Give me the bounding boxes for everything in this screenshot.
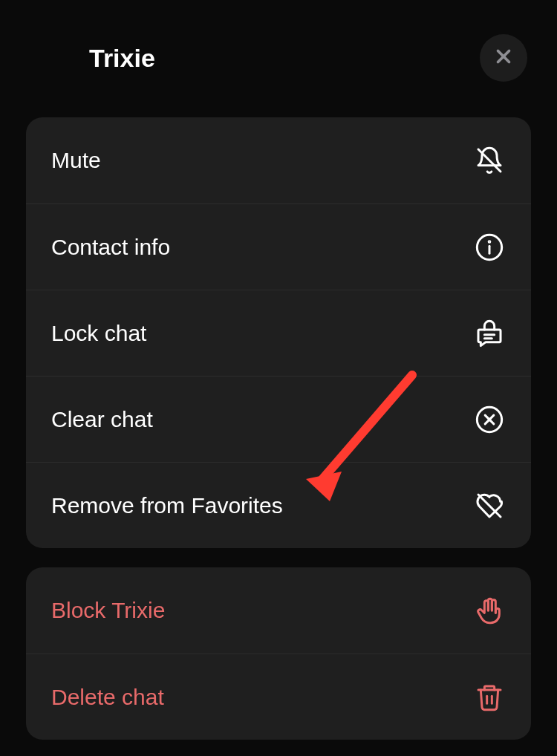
contact-info-label: Contact info xyxy=(51,235,170,260)
info-icon xyxy=(473,231,506,264)
trash-icon xyxy=(473,681,506,714)
close-icon xyxy=(492,45,515,71)
close-button[interactable] xyxy=(480,34,527,82)
lock-chat-row[interactable]: Lock chat xyxy=(26,290,531,376)
remove-favorites-label: Remove from Favorites xyxy=(51,493,283,518)
block-contact-row[interactable]: Block Trixie xyxy=(26,567,531,654)
block-contact-label: Block Trixie xyxy=(51,598,165,623)
mute-label: Mute xyxy=(51,148,101,173)
clear-chat-row[interactable]: Clear chat xyxy=(26,376,531,462)
clear-chat-label: Clear chat xyxy=(51,407,153,432)
delete-chat-row[interactable]: Delete chat xyxy=(26,654,531,740)
options-panel-primary: Mute Contact info Lock chat xyxy=(26,117,531,548)
delete-chat-label: Delete chat xyxy=(51,685,164,710)
heart-slash-icon xyxy=(473,489,506,522)
options-panel-destructive: Block Trixie Delete chat xyxy=(26,567,531,740)
contact-info-row[interactable]: Contact info xyxy=(26,203,531,290)
lock-chat-label: Lock chat xyxy=(51,321,146,346)
hand-icon xyxy=(473,594,506,627)
svg-point-5 xyxy=(489,241,490,242)
mute-row[interactable]: Mute xyxy=(26,117,531,203)
contact-name-title: Trixie xyxy=(89,44,155,73)
lock-chat-icon xyxy=(473,317,506,350)
sheet-header: Trixie xyxy=(0,0,557,104)
bell-slash-icon xyxy=(473,144,506,177)
circle-x-icon xyxy=(473,403,506,436)
remove-favorites-row[interactable]: Remove from Favorites xyxy=(26,462,531,548)
